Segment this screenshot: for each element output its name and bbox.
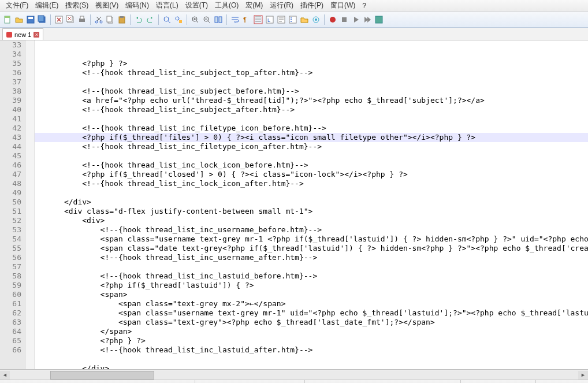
code-line[interactable] xyxy=(35,188,588,198)
scroll-thumb[interactable] xyxy=(50,371,154,380)
sync-scroll-icon[interactable] xyxy=(213,14,224,25)
zoom-out-icon[interactable] xyxy=(202,14,212,25)
code-line[interactable]: <!--{hook thread_list_inc_lastuid_before… xyxy=(35,272,588,281)
code-line[interactable]: <!--{hook thread_list_inc_username_befor… xyxy=(35,225,588,235)
code-line[interactable]: <!--{hook thread_list_inc_username_after… xyxy=(35,253,588,262)
show-all-chars-icon[interactable]: ¶ xyxy=(241,14,252,25)
horizontal-scrollbar[interactable]: ◄ ► xyxy=(0,370,588,380)
scroll-right-arrow-icon[interactable]: ► xyxy=(578,371,588,380)
code-line[interactable] xyxy=(35,262,588,272)
code-line[interactable] xyxy=(35,77,588,87)
undo-icon[interactable] xyxy=(133,14,144,25)
svg-point-34 xyxy=(315,18,317,21)
menu-edit[interactable]: 编辑(E) xyxy=(32,0,62,12)
menu-plugins[interactable]: 插件(P) xyxy=(297,0,327,12)
new-file-icon[interactable] xyxy=(2,14,13,25)
svg-rect-5 xyxy=(38,16,44,21)
scroll-left-arrow-icon[interactable]: ◄ xyxy=(0,371,10,380)
menu-macro[interactable]: 宏(M) xyxy=(242,0,266,12)
stop-icon[interactable] xyxy=(339,14,349,25)
line-number: 55 xyxy=(0,244,21,253)
line-number: 57 xyxy=(0,262,21,272)
file-tab[interactable]: new 1 × xyxy=(2,28,43,40)
status-eol[interactable]: Windows (CR LF) xyxy=(461,380,536,383)
code-line[interactable]: <!--{hook thread_list_inc_lastuid_after.… xyxy=(35,345,588,355)
code-line[interactable]: <?php if($_thread['closed'] > 0) { ?><i … xyxy=(35,170,588,179)
save-all-icon[interactable] xyxy=(37,14,47,25)
save-icon[interactable] xyxy=(25,14,36,25)
code-line[interactable]: <span class="username text-grey mr-1 <?p… xyxy=(35,235,588,244)
code-line[interactable]: <span class="text-grey mx-2">←</span> xyxy=(35,299,588,308)
menu-help[interactable]: ? xyxy=(359,1,370,11)
close-icon[interactable] xyxy=(54,14,64,25)
menu-run[interactable]: 运行(R) xyxy=(266,0,297,12)
code-line[interactable] xyxy=(35,355,588,364)
play-multi-icon[interactable] xyxy=(362,14,373,25)
menu-language[interactable]: 语言(L) xyxy=(152,0,182,12)
menu-file[interactable]: 文件(F) xyxy=(2,0,32,12)
line-number: 46 xyxy=(0,161,21,170)
print-icon[interactable] xyxy=(77,14,87,25)
scroll-track[interactable] xyxy=(10,371,578,380)
code-line[interactable]: <!--{hook thread_list_inc_lock_icon_befo… xyxy=(35,161,588,170)
code-line[interactable]: <?php } ?> xyxy=(35,336,588,345)
code-line[interactable]: <?php } ?> xyxy=(35,59,588,68)
menu-view[interactable]: 视图(V) xyxy=(92,0,122,12)
code-line[interactable]: <a href="<?php echo url("thread-$_thread… xyxy=(35,96,588,105)
code-line[interactable]: </div> xyxy=(35,364,588,369)
close-all-icon[interactable] xyxy=(65,14,76,25)
code-line[interactable]: <div> xyxy=(35,216,588,225)
monitor-icon[interactable] xyxy=(311,14,321,25)
menu-tools[interactable]: 工具(O) xyxy=(211,0,242,12)
doc-map-icon[interactable] xyxy=(276,14,286,25)
indent-guide-icon[interactable] xyxy=(253,14,263,25)
status-bar: Normal text file length : 3,863 lines : … xyxy=(0,380,588,383)
code-line[interactable]: <!--{hook thread_list_inc_filetype_icon_… xyxy=(35,124,588,133)
folder-workspace-icon[interactable] xyxy=(299,14,310,25)
func-list-icon[interactable] xyxy=(288,14,298,25)
line-number: 44 xyxy=(0,142,21,151)
code-line[interactable]: <div class="d-flex justify-content-betwe… xyxy=(35,207,588,216)
find-icon[interactable] xyxy=(162,14,172,25)
code-line[interactable] xyxy=(35,114,588,124)
line-number: 50 xyxy=(0,198,21,207)
status-encoding[interactable]: UTF-8 xyxy=(536,380,588,383)
cut-icon[interactable] xyxy=(94,14,104,25)
menu-window[interactable]: 窗口(W) xyxy=(327,0,359,12)
code-line[interactable]: <!--{hook thread_list_inc_subject_before… xyxy=(35,87,588,96)
copy-icon[interactable] xyxy=(105,14,116,25)
code-line[interactable]: <span> xyxy=(35,290,588,299)
code-line[interactable]: <span class="text-grey"><?php echo $_thr… xyxy=(35,318,588,327)
save-macro-icon[interactable] xyxy=(374,14,384,25)
play-icon[interactable] xyxy=(351,14,361,25)
paste-icon[interactable] xyxy=(117,14,127,25)
menu-settings[interactable]: 设置(T) xyxy=(182,0,211,12)
code-line[interactable]: <!--{hook thread_list_inc_subject_after.… xyxy=(35,105,588,114)
code-line[interactable]: <span class="date text-grey<?php if($_th… xyxy=(35,244,588,253)
code-line[interactable]: <!--{hook thread_list_inc_lock_icon_afte… xyxy=(35,179,588,188)
code-line[interactable]: <?php if($_thread['files'] > 0) { ?><i c… xyxy=(35,133,588,142)
code-view[interactable]: <?php } ?> <!--{hook thread_list_inc_sub… xyxy=(35,40,588,369)
redo-icon[interactable] xyxy=(145,14,155,25)
replace-icon[interactable] xyxy=(173,14,184,25)
line-number: 41 xyxy=(0,114,21,124)
code-line[interactable]: </div> xyxy=(35,198,588,207)
line-number: 58 xyxy=(0,272,21,281)
svg-rect-36 xyxy=(342,17,347,22)
zoom-in-icon[interactable] xyxy=(190,14,200,25)
record-icon[interactable] xyxy=(328,14,338,25)
menu-search[interactable]: 搜索(S) xyxy=(62,0,92,12)
menu-encoding[interactable]: 编码(N) xyxy=(122,0,152,12)
tab-bar: new 1 × xyxy=(0,28,588,40)
code-line[interactable] xyxy=(35,151,588,161)
code-line[interactable]: <?php if($_thread['lastuid']) { ?> xyxy=(35,281,588,290)
tab-close-icon[interactable]: × xyxy=(34,32,39,38)
wordwrap-icon[interactable] xyxy=(230,14,240,25)
code-line[interactable]: <!--{hook thread_list_inc_subject_top_af… xyxy=(35,68,588,77)
code-line[interactable]: <!--{hook thread_list_inc_filetype_icon_… xyxy=(35,142,588,151)
code-line[interactable]: </span> xyxy=(35,327,588,336)
udl-icon[interactable]: L xyxy=(265,14,275,25)
line-number: 52 xyxy=(0,216,21,225)
open-file-icon[interactable] xyxy=(14,14,24,25)
code-line[interactable]: <span class="username text-grey mr-1" ui… xyxy=(35,308,588,318)
